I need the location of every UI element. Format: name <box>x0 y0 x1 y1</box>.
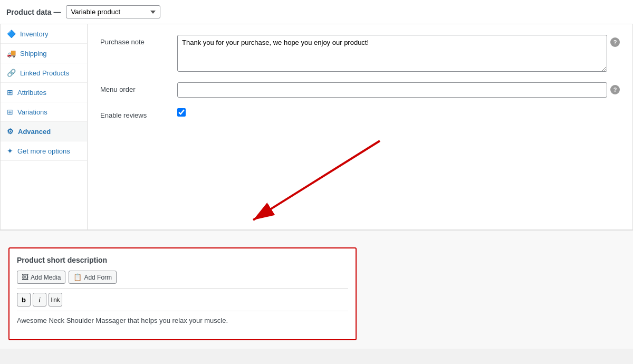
product-data-sidebar: 🔷 Inventory 🚚 Shipping 🔗 Linked Products… <box>1 24 88 229</box>
enable-reviews-input-wrap <box>177 108 620 117</box>
add-media-label: Add Media <box>31 274 61 281</box>
menu-order-input-wrap: 0 ? <box>177 82 620 98</box>
editor-toolbar-top: 🖼 Add Media 📋 Add Form <box>17 271 348 284</box>
menu-order-help-icon[interactable]: ? <box>610 85 620 94</box>
link-button[interactable]: link <box>49 293 62 306</box>
add-form-icon: 📋 <box>73 273 82 281</box>
add-media-button[interactable]: 🖼 Add Media <box>17 271 65 284</box>
sidebar-item-get-more-options-label: Get more options <box>17 147 70 155</box>
menu-order-field-row: Menu order 0 ? <box>100 82 620 98</box>
sidebar-item-linked-products[interactable]: 🔗 Linked Products <box>1 63 87 83</box>
menu-order-label: Menu order <box>100 82 169 93</box>
purchase-note-label: Purchase note <box>100 35 169 46</box>
purchase-note-input[interactable]: Thank you for your purchase, we hope you… <box>177 35 607 72</box>
add-media-icon: 🖼 <box>22 273 28 281</box>
purchase-note-field-row: Purchase note Thank you for your purchas… <box>100 35 620 72</box>
enable-reviews-checkbox[interactable] <box>177 108 186 117</box>
bold-label: b <box>22 296 26 304</box>
format-toolbar: b i link <box>17 288 348 306</box>
attributes-icon: ⊞ <box>7 88 13 97</box>
product-data-header: Product data — Simple productVariable pr… <box>0 0 633 24</box>
advanced-icon: ⚙ <box>7 127 14 136</box>
short-description-section: Product short description 🖼 Add Media 📋 … <box>8 247 357 340</box>
enable-reviews-field-row: Enable reviews <box>100 108 620 119</box>
short-description-content[interactable]: Awesome Neck Shoulder Massager that help… <box>17 311 348 332</box>
sidebar-item-linked-products-label: Linked Products <box>20 69 69 77</box>
short-description-title: Product short description <box>17 256 348 264</box>
enable-reviews-label: Enable reviews <box>100 108 169 119</box>
sidebar-item-attributes[interactable]: ⊞ Attributes <box>1 83 87 102</box>
italic-label: i <box>39 296 41 304</box>
main-content: Purchase note Thank you for your purchas… <box>88 24 632 229</box>
inventory-icon: 🔷 <box>7 30 16 38</box>
purchase-note-input-wrap: Thank you for your purchase, we hope you… <box>177 35 620 72</box>
sidebar-item-get-more-options[interactable]: ✦ Get more options <box>1 141 87 161</box>
variations-icon: ⊞ <box>7 108 13 116</box>
product-data-label: Product data — <box>6 8 61 16</box>
product-type-select[interactable]: Simple productVariable productGrouped pr… <box>66 5 160 18</box>
product-data-body: 🔷 Inventory 🚚 Shipping 🔗 Linked Products… <box>0 24 633 230</box>
sidebar-item-attributes-label: Attributes <box>17 89 46 97</box>
add-form-label: Add Form <box>84 274 112 281</box>
purchase-note-help-icon[interactable]: ? <box>610 37 620 47</box>
bottom-section: Product short description 🖼 Add Media 📋 … <box>0 231 633 349</box>
link-label: link <box>51 296 60 303</box>
sidebar-item-advanced[interactable]: ⚙ Advanced <box>1 122 87 141</box>
sidebar-item-inventory[interactable]: 🔷 Inventory <box>1 24 87 44</box>
bold-button[interactable]: b <box>17 293 31 306</box>
shipping-icon: 🚚 <box>7 49 16 58</box>
italic-button[interactable]: i <box>33 293 46 306</box>
sidebar-item-variations-label: Variations <box>17 108 47 116</box>
sidebar-item-variations[interactable]: ⊞ Variations <box>1 102 87 122</box>
add-form-button[interactable]: 📋 Add Form <box>69 271 117 284</box>
get-more-options-icon: ✦ <box>7 147 13 155</box>
sidebar-item-inventory-label: Inventory <box>20 30 48 38</box>
linked-products-icon: 🔗 <box>7 69 16 77</box>
sidebar-item-shipping-label: Shipping <box>20 50 47 58</box>
sidebar-item-shipping[interactable]: 🚚 Shipping <box>1 44 87 63</box>
sidebar-item-advanced-label: Advanced <box>18 128 51 136</box>
menu-order-input[interactable]: 0 <box>177 82 607 98</box>
